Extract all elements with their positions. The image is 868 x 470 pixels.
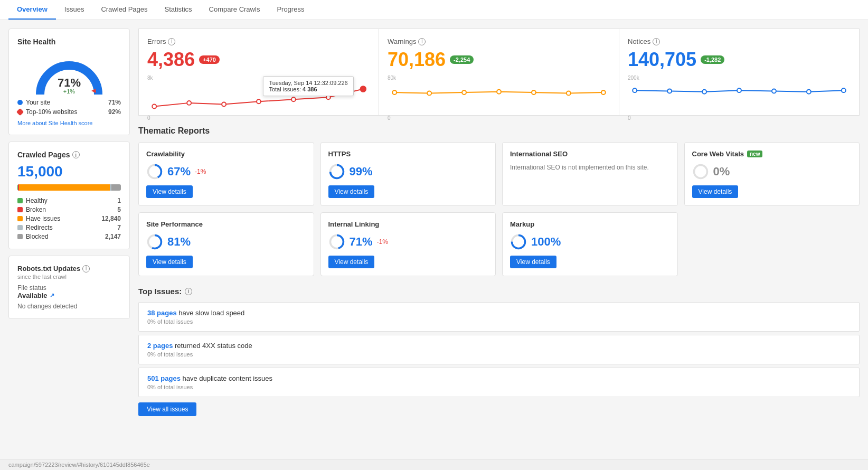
issue-item-0: 38 pages have slow load speed 0% of tota… [138, 302, 860, 332]
crawlability-view-details[interactable]: View details [146, 185, 193, 198]
warnings-y-min: 0 [388, 115, 610, 121]
notices-value: 140,705 [628, 49, 696, 71]
internal-linking-delta: -1% [377, 238, 388, 246]
crawled-progress-bar [17, 184, 121, 191]
pb-blocked [111, 184, 121, 191]
errors-block: Errors i 4,386 +470 8k [138, 29, 379, 116]
dot-broken [17, 207, 23, 212]
markup-score-row: 100% [510, 233, 670, 250]
top-issues-info-icon[interactable]: i [185, 288, 192, 295]
label-broken: Broken [26, 206, 46, 213]
site-health-title: Site Health [17, 37, 121, 46]
svg-point-22 [842, 88, 846, 92]
issue-link-1[interactable]: 2 pages [147, 342, 173, 350]
internal-linking-score-row: 71% -1% [328, 233, 488, 250]
internal-linking-view-details[interactable]: View details [328, 256, 375, 268]
international-seo-desc: International SEO is not implemented on … [510, 163, 670, 172]
report-crawlability: Crawlability 67% -1% View details [138, 142, 314, 206]
label-have-issues: Have issues [26, 215, 60, 222]
metrics-row: Errors i 4,386 +470 8k [138, 29, 860, 116]
cwv-view-details[interactable]: View details [692, 185, 739, 198]
report-https-title: HTTPS [328, 150, 488, 158]
https-score-row: 99% [328, 163, 488, 180]
svg-text:+1%: +1% [63, 88, 76, 95]
site-health-link[interactable]: More about Site Health score [17, 120, 121, 126]
svg-point-10 [427, 91, 431, 95]
errors-value-row: 4,386 +470 [147, 49, 370, 71]
tab-progress[interactable]: Progress [268, 0, 313, 20]
robots-ext-link[interactable]: ↗ [50, 292, 54, 299]
count-broken: 5 [117, 206, 121, 213]
issue-item-1: 2 pages returned 4XX status code 0% of t… [138, 335, 860, 364]
label-redirects: Redirects [26, 224, 53, 231]
issue-link-0[interactable]: 38 pages [147, 309, 177, 317]
legend-val-top10: 92% [108, 108, 121, 116]
tab-compare-crawls[interactable]: Compare Crawls [201, 0, 269, 20]
tab-issues[interactable]: Issues [56, 0, 93, 20]
issue-sub-1: 0% of total issues [147, 351, 851, 358]
svg-point-19 [737, 88, 741, 92]
svg-point-18 [702, 90, 706, 94]
markup-view-details[interactable]: View details [510, 256, 556, 268]
notices-sparkline [628, 82, 851, 114]
warnings-info-icon[interactable]: i [418, 38, 426, 45]
errors-info-icon[interactable]: i [168, 38, 175, 45]
tab-statistics[interactable]: Statistics [156, 0, 201, 20]
dot-have-issues [17, 216, 23, 221]
crawled-legend: Healthy 1 Broken 5 Have issues 12,840 Re… [17, 197, 121, 240]
notices-badge: -1,282 [701, 55, 724, 64]
view-all-issues-button[interactable]: View all issues [138, 402, 196, 416]
legend-item-healthy: Healthy 1 [17, 197, 121, 204]
label-healthy: Healthy [26, 197, 48, 204]
svg-point-3 [187, 101, 191, 105]
report-core-web-vitals: Core Web Vitals new 0% View details [684, 142, 860, 206]
report-internal-linking-title: Internal Linking [328, 220, 488, 228]
cwv-score-row: 0% [692, 163, 852, 180]
crawled-pages-count: 15,000 [17, 163, 121, 180]
pb-issues [19, 184, 110, 191]
report-markup: Markup 100% View details [502, 212, 678, 276]
warnings-badge: -2,254 [450, 55, 474, 64]
bottom-url: campaign/5972223/review/#history/610145d… [8, 462, 150, 468]
tab-overview[interactable]: Overview [8, 0, 56, 20]
count-have-issues: 12,840 [101, 215, 121, 222]
notices-info-icon[interactable]: i [653, 38, 660, 45]
gauge-wrap: 71% +1% ◄ [35, 52, 103, 95]
issue-main-0: 38 pages have slow load speed [147, 309, 851, 317]
report-international-seo-title: International SEO [510, 150, 670, 158]
https-view-details[interactable]: View details [328, 185, 375, 198]
svg-point-16 [633, 88, 637, 92]
notices-label: Notices i [628, 37, 851, 45]
new-badge: new [747, 151, 762, 157]
legend-item-blocked: Blocked 2,147 [17, 233, 121, 240]
count-healthy: 1 [117, 197, 121, 204]
crawled-info-icon[interactable]: i [72, 151, 80, 158]
notices-y-min: 0 [628, 115, 851, 121]
legend-label-top10: Top-10% websites [26, 108, 105, 116]
report-site-performance: Site Performance 81% View details [138, 212, 314, 276]
count-redirects: 7 [117, 224, 121, 231]
internal-linking-donut [328, 233, 345, 250]
main-layout: Site Health 71% +1% ◄ [0, 20, 868, 469]
tab-crawled-pages[interactable]: Crawled Pages [92, 0, 156, 20]
label-blocked: Blocked [26, 233, 49, 240]
cwv-pct: 0% [713, 165, 730, 178]
svg-point-17 [667, 89, 672, 93]
markup-donut [510, 233, 527, 250]
issue-link-2[interactable]: 501 pages [147, 374, 181, 382]
svg-point-14 [567, 91, 571, 95]
top-nav: Overview Issues Crawled Pages Statistics… [0, 0, 868, 20]
errors-chart: 8k Tuesday, Sep 14 12:32:09.226 [147, 75, 370, 107]
robots-info-icon[interactable]: i [82, 265, 90, 272]
markup-pct: 100% [531, 235, 561, 249]
dot-healthy [17, 198, 23, 203]
site-perf-view-details[interactable]: View details [146, 256, 193, 268]
report-core-web-vitals-title: Core Web Vitals new [692, 150, 852, 158]
robots-since: since the last crawl [17, 274, 121, 280]
errors-y-min: 0 [147, 115, 370, 121]
robots-file-status-label: File status [17, 284, 121, 292]
svg-point-15 [601, 90, 606, 95]
site-perf-donut [146, 233, 163, 250]
issue-main-2: 501 pages have duplicate content issues [147, 374, 851, 382]
bottom-bar: campaign/5972223/review/#history/610145d… [0, 459, 868, 469]
